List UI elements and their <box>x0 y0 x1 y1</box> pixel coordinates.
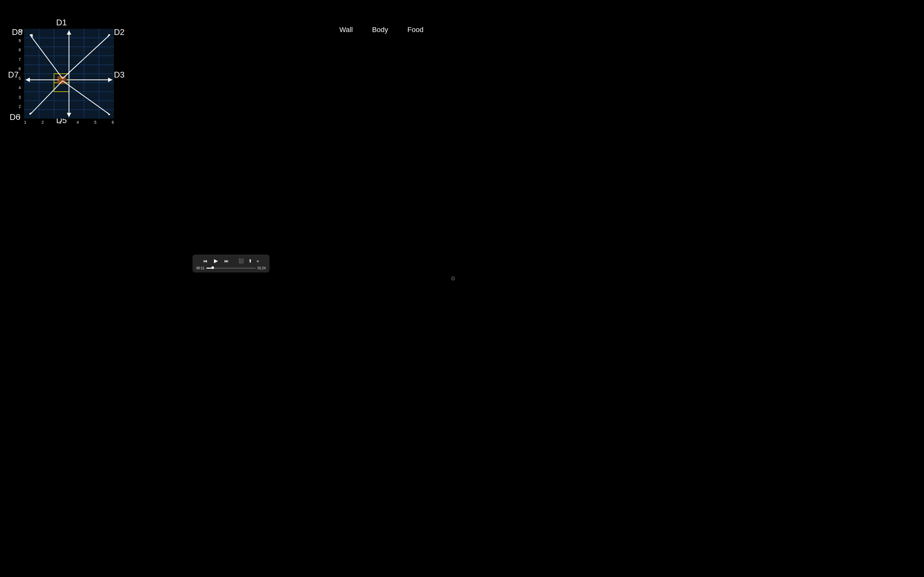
progress-thumb <box>212 266 214 269</box>
grid-svg <box>24 29 114 119</box>
progress-row: 00:11 01:24 <box>196 266 266 270</box>
share-button[interactable]: ⬆ <box>248 258 253 264</box>
screen-button[interactable]: ⬛ <box>238 258 244 264</box>
rewind-button[interactable]: ⏮ <box>202 258 208 264</box>
x-axis-labels: 1 2 3 4 5 6 <box>24 120 114 125</box>
settings-icon[interactable]: ⚙ <box>451 275 456 282</box>
player-controls: ⏮ ▶ ⏭ ⬛ ⬆ » <box>196 257 266 264</box>
wall-label: Wall <box>339 26 353 34</box>
food-label: Food <box>407 26 423 34</box>
more-button[interactable]: » <box>256 258 260 264</box>
body-label: Body <box>372 26 388 34</box>
y-axis-labels: 10 9 8 7 6 5 4 3 2 1 <box>19 29 23 119</box>
video-player: ⏮ ▶ ⏭ ⬛ ⬆ » 00:11 01:24 <box>192 255 270 272</box>
extra-controls: ⬛ ⬆ » <box>238 258 260 264</box>
dir-d7-label: D7 <box>8 70 19 80</box>
progress-bar[interactable] <box>206 268 256 269</box>
total-time: 01:24 <box>258 266 266 270</box>
fast-forward-button[interactable]: ⏭ <box>224 258 229 264</box>
dir-d2-label: D2 <box>114 27 124 37</box>
current-time: 00:11 <box>196 266 204 270</box>
legend: Wall Body Food <box>339 26 423 34</box>
dir-d3-label: D3 <box>114 70 124 80</box>
progress-fill <box>206 268 213 269</box>
main-content: Wall Body Food D1 D8 D2 D7 D3 D6 D5 10 9… <box>0 0 462 288</box>
play-button[interactable]: ▶ <box>213 257 218 264</box>
grid-area <box>24 29 114 119</box>
dir-d1-label: D1 <box>56 18 67 27</box>
